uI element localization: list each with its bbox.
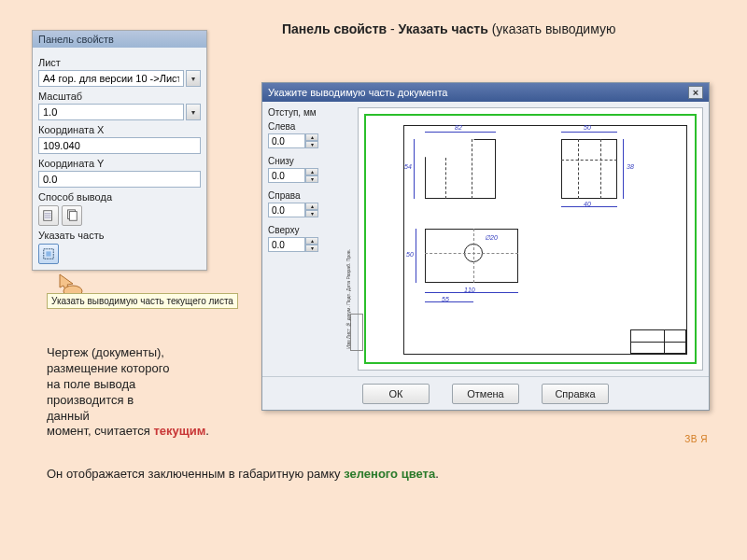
scale-dropdown-button[interactable]: ▾ — [186, 104, 201, 120]
spin-up[interactable]: ▴ — [305, 203, 318, 210]
dialog-close-button[interactable]: × — [688, 86, 703, 99]
dialog-preview: Изм Лист № докум. Подп. Дата Разраб. Про… — [358, 107, 703, 371]
label-specify-part: Указать часть — [38, 230, 201, 241]
input-offset-left[interactable] — [268, 133, 305, 148]
spin-down[interactable]: ▾ — [305, 141, 318, 148]
label-sheet: Лист — [38, 57, 201, 68]
specify-part-tooltip: Указать выводимую часть текущего листа — [47, 293, 238, 309]
spin-up[interactable]: ▴ — [305, 133, 318, 141]
label-output-mode: Способ вывода — [38, 191, 201, 203]
spin-down[interactable]: ▾ — [305, 210, 318, 217]
spin-up[interactable]: ▴ — [305, 237, 318, 245]
help-button[interactable]: Справка — [542, 384, 609, 404]
input-coord-y[interactable] — [38, 171, 201, 188]
specify-part-dialog: Укажите выводимую часть документа × Отст… — [261, 82, 710, 411]
page-icon — [42, 209, 55, 222]
stamp-text: Изм Лист № докум. Подп. Дата Разраб. Про… — [345, 249, 351, 349]
input-coord-x[interactable] — [38, 137, 201, 154]
green-frame: Изм Лист № докум. Подп. Дата Разраб. Про… — [364, 114, 697, 364]
output-mode-page-button[interactable] — [38, 205, 59, 226]
crop-icon — [42, 247, 55, 260]
input-offset-top[interactable] — [268, 237, 305, 252]
drawing-area: 82 54 50 38 40 — [403, 125, 687, 355]
pages-icon — [65, 209, 78, 222]
output-mode-pages-button[interactable] — [62, 205, 82, 226]
label-scale: Масштаб — [38, 91, 201, 102]
input-sheet[interactable] — [38, 70, 184, 87]
input-scale[interactable] — [38, 104, 184, 120]
specify-part-button[interactable] — [38, 244, 59, 264]
spin-up[interactable]: ▴ — [305, 168, 318, 175]
svg-rect-4 — [46, 251, 50, 256]
spin-down[interactable]: ▾ — [305, 245, 318, 252]
dialog-title-text: Укажите выводимую часть документа — [268, 87, 447, 98]
instruction-heading: Панель свойств - Указать часть (указать … — [282, 21, 684, 38]
properties-panel-title: Панель свойств — [33, 31, 206, 48]
spin-down[interactable]: ▾ — [305, 175, 318, 183]
svg-rect-2 — [69, 212, 77, 221]
instruction-body-1: Чертеж (документы), размещение которого … — [47, 345, 252, 440]
title-block — [630, 329, 686, 354]
svg-rect-0 — [44, 211, 52, 221]
input-offset-right[interactable] — [268, 203, 305, 217]
instruction-body-2: Он отображается заключенным в габаритную… — [47, 467, 532, 483]
label-coord-y: Координата Y — [38, 158, 201, 169]
input-offset-bottom[interactable] — [268, 168, 305, 183]
chevron-down-icon: ▾ — [191, 108, 195, 117]
label-offset: Отступ, мм — [268, 107, 352, 118]
watermark: ЗВ Я — [684, 434, 708, 444]
chevron-down-icon: ▾ — [191, 75, 195, 83]
ok-button[interactable]: ОК — [362, 384, 430, 404]
cancel-button[interactable]: Отмена — [452, 384, 519, 404]
properties-panel: Панель свойств Лист ▾ Масштаб ▾ Координа… — [32, 30, 207, 271]
dialog-titlebar: Укажите выводимую часть документа × — [262, 83, 709, 102]
close-icon: × — [693, 87, 698, 98]
sheet-dropdown-button[interactable]: ▾ — [186, 70, 201, 87]
label-coord-x: Координата X — [38, 124, 201, 135]
